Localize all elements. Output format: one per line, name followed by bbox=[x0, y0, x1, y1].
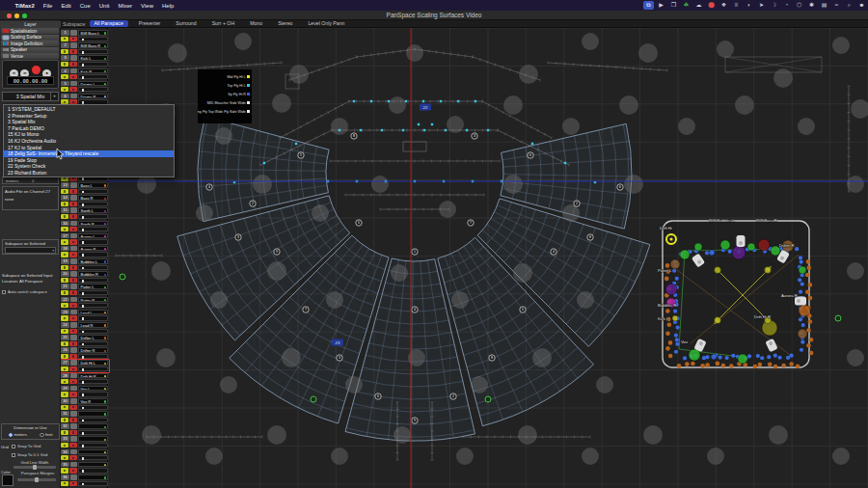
channel-mute-button[interactable] bbox=[69, 481, 77, 486]
channel-mode-button[interactable] bbox=[70, 310, 77, 315]
snap-to-grid-checkbox[interactable] bbox=[12, 445, 15, 448]
channel-mode-button[interactable] bbox=[70, 233, 77, 239]
channel-mute-button[interactable] bbox=[69, 239, 77, 244]
menu-item-help[interactable]: Help bbox=[162, 3, 174, 9]
channel-level-button[interactable] bbox=[61, 303, 68, 308]
mix-selector[interactable]: 3 Spatial Mix ▾ bbox=[2, 92, 59, 101]
channel-fader[interactable] bbox=[78, 37, 108, 41]
channel-mute-button[interactable] bbox=[69, 265, 77, 270]
channel-mode-button[interactable] bbox=[70, 221, 77, 227]
channel-mute-button[interactable] bbox=[69, 418, 77, 422]
layer-item-spatialisation[interactable]: Spatialisation bbox=[1, 28, 59, 34]
gem-icon[interactable]: ❖ bbox=[719, 1, 729, 10]
tab-surr-oh[interactable]: Surr + OH bbox=[207, 20, 240, 27]
channel-fader[interactable] bbox=[78, 214, 108, 219]
subspace-node-dropdown[interactable]: ▾ bbox=[5, 247, 56, 254]
channel-level-button[interactable] bbox=[61, 278, 68, 283]
channel-mute-button[interactable] bbox=[69, 37, 77, 41]
channel-strip[interactable]: 4Kick R bbox=[61, 68, 108, 80]
channel-level-button[interactable] bbox=[61, 481, 68, 486]
channel-strip[interactable]: 13Bass L bbox=[61, 182, 108, 194]
channel-fader[interactable] bbox=[78, 252, 108, 257]
channel-strip[interactable]: 3Kick L bbox=[61, 55, 108, 67]
channel-mode-button[interactable] bbox=[70, 373, 77, 379]
chat-icon[interactable]: ◗ bbox=[744, 1, 754, 10]
menu-item-cue[interactable]: Cue bbox=[80, 3, 91, 9]
channel-mode-button[interactable] bbox=[70, 462, 77, 468]
channel-strip[interactable]: 25Drifter L bbox=[61, 335, 108, 346]
channel-mute-button[interactable] bbox=[69, 430, 77, 435]
menu-item-mixer[interactable]: Mixer bbox=[118, 3, 132, 9]
channel-fader[interactable] bbox=[78, 405, 108, 410]
channel-level-button[interactable] bbox=[61, 74, 68, 79]
channel-fader[interactable] bbox=[78, 87, 108, 92]
channel-fader[interactable] bbox=[78, 290, 108, 295]
channel-mode-button[interactable] bbox=[70, 297, 77, 303]
channel-strip[interactable]: 36 bbox=[61, 474, 108, 486]
channel-mode-button[interactable] bbox=[70, 182, 77, 188]
cue-item[interactable]: 18 Zelig SoS- Immersive - Tileyard resca… bbox=[4, 150, 174, 157]
channel-level-button[interactable] bbox=[61, 227, 68, 231]
channel-strip[interactable]: 23Lead L bbox=[61, 310, 108, 321]
channel-fader[interactable] bbox=[78, 303, 108, 308]
channel-strip[interactable]: 1808 Bass L bbox=[61, 30, 108, 41]
channel-strip[interactable]: 30Vox R bbox=[61, 398, 108, 410]
channel-strip[interactable]: 35 bbox=[61, 462, 108, 474]
channel-strip[interactable]: 26Drifter R bbox=[61, 347, 108, 359]
swift-icon[interactable]: ➤ bbox=[756, 1, 767, 10]
channel-mode-button[interactable] bbox=[70, 436, 77, 442]
channel-mode-button[interactable] bbox=[70, 94, 77, 99]
channel-strip[interactable]: 24Lead R bbox=[61, 322, 108, 334]
channel-mode-button[interactable] bbox=[70, 335, 77, 340]
asterisk-icon[interactable]: ✱ bbox=[806, 1, 817, 10]
user-icon[interactable]: ☻ bbox=[856, 1, 867, 10]
snap-to-01-grid-checkbox[interactable] bbox=[12, 453, 15, 457]
channel-mute-button[interactable] bbox=[69, 278, 77, 283]
radio-meters[interactable]: meters bbox=[9, 432, 27, 437]
snap-to-01-grid[interactable]: Snap To 0.1 Grid bbox=[12, 452, 47, 457]
channel-level-button[interactable] bbox=[61, 189, 68, 194]
channel-level-button[interactable] bbox=[61, 430, 68, 435]
channel-mode-button[interactable] bbox=[70, 474, 77, 480]
panspace-minimap[interactable]: Drift Hi808 Bubbles L808 Bass RDrifter R… bbox=[656, 214, 829, 376]
channel-mode-button[interactable] bbox=[70, 284, 77, 289]
channel-level-button[interactable] bbox=[61, 455, 68, 460]
channel-strip[interactable]: 33 bbox=[61, 436, 108, 447]
channel-fader[interactable] bbox=[78, 329, 108, 334]
channel-mode-button[interactable] bbox=[70, 398, 77, 404]
cue-item[interactable]: 17 KJ to Spatial bbox=[4, 145, 174, 151]
channel-level-button[interactable] bbox=[61, 405, 68, 410]
grid-line-width-slider[interactable] bbox=[14, 466, 56, 469]
cue-item[interactable]: 22 System Check bbox=[4, 163, 174, 170]
shield-icon[interactable]: ♕ bbox=[731, 1, 742, 10]
channel-mute-button[interactable] bbox=[69, 49, 77, 54]
channel-mute-button[interactable] bbox=[69, 74, 77, 79]
channel-mode-button[interactable] bbox=[70, 68, 77, 74]
channel-fader[interactable] bbox=[78, 341, 108, 346]
channel-level-button[interactable] bbox=[61, 239, 68, 244]
channel-strip[interactable]: 20Bubbles R bbox=[61, 271, 108, 283]
playcircle-icon[interactable]: ▶ bbox=[656, 1, 666, 10]
channel-mode-button[interactable] bbox=[70, 258, 77, 264]
channel-fader[interactable] bbox=[78, 418, 108, 422]
channel-level-button[interactable] bbox=[61, 468, 68, 473]
color-swatch[interactable] bbox=[2, 474, 14, 486]
channel-mute-button[interactable] bbox=[69, 214, 77, 219]
channel-level-button[interactable] bbox=[61, 329, 68, 334]
cue-item[interactable]: 23 Richard Burton bbox=[4, 170, 174, 176]
channel-fader[interactable] bbox=[78, 455, 108, 460]
channel-level-button[interactable] bbox=[61, 315, 68, 320]
channel-level-button[interactable] bbox=[61, 87, 68, 92]
channel-strip[interactable]: 27Drift Hi L bbox=[61, 360, 108, 371]
channel-mute-button[interactable] bbox=[69, 227, 77, 231]
moon-icon[interactable]: ☽ bbox=[769, 1, 779, 10]
channel-mute-button[interactable] bbox=[69, 455, 77, 460]
channel-fader[interactable] bbox=[78, 74, 108, 79]
tab-level-only-pann[interactable]: Level Only Pann bbox=[303, 20, 349, 27]
channel-mode-button[interactable] bbox=[70, 386, 77, 392]
channel-strip[interactable]: 5Drums L bbox=[61, 81, 108, 93]
wave-icon[interactable]: ≈ bbox=[831, 1, 842, 10]
menu-item-timax2[interactable]: TiMax2 bbox=[15, 3, 35, 9]
channel-mode-button[interactable] bbox=[70, 42, 77, 48]
menu-item-edit[interactable]: Edit bbox=[61, 3, 70, 9]
